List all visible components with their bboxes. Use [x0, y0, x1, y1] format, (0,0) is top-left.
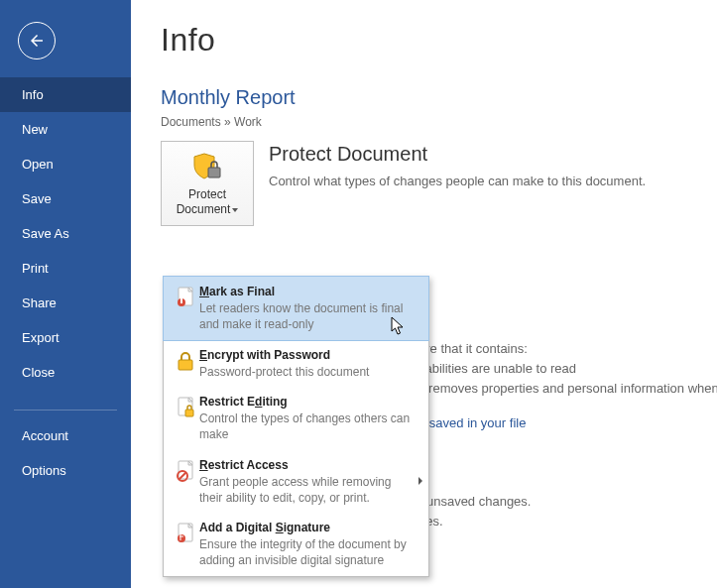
svg-rect-4: [179, 360, 192, 370]
menu-item-restrict-access[interactable]: Restrict AccessGrant people access while…: [164, 450, 428, 514]
edit-icon: [172, 394, 199, 443]
shield-lock-icon: [166, 152, 249, 183]
page-title: Info: [161, 22, 687, 59]
sidebar-item-new[interactable]: New: [0, 112, 131, 147]
sidebar-item-save[interactable]: Save: [0, 181, 131, 216]
sidebar-item-save-as[interactable]: Save As: [0, 216, 131, 251]
back-arrow-icon: [28, 32, 46, 50]
protect-document-section: Protect Document Protect Document Contro…: [161, 141, 687, 226]
menu-item-description: Let readers know the document is final a…: [199, 300, 415, 332]
menu-item-add-a-digital-signature[interactable]: Add a Digital SignatureEnsure the integr…: [164, 513, 428, 576]
protect-document-button-label: Protect Document: [166, 187, 249, 217]
sidebar-item-export[interactable]: Export: [0, 320, 131, 355]
sidebar-item-print[interactable]: Print: [0, 251, 131, 286]
menu-item-encrypt-with-password[interactable]: Encrypt with PasswordPassword-protect th…: [164, 340, 428, 387]
menu-item-title: Mark as Final: [199, 284, 415, 299]
submenu-arrow-icon: [418, 477, 422, 485]
sidebar-item-open[interactable]: Open: [0, 147, 131, 181]
svg-point-11: [178, 534, 185, 542]
sig-icon: [172, 520, 199, 569]
protect-document-description: Control what types of changes people can…: [269, 172, 687, 191]
menu-item-mark-as-final[interactable]: Mark as FinalLet readers know the docume…: [163, 276, 429, 341]
svg-rect-6: [185, 410, 193, 416]
sidebar-item-info[interactable]: Info: [0, 77, 131, 112]
noaccess-icon: [172, 457, 199, 507]
protect-document-menu: Mark as FinalLet readers know the docume…: [163, 276, 429, 577]
final-icon: [172, 284, 199, 333]
menu-item-restrict-editing[interactable]: Restrict EditingControl the types of cha…: [164, 387, 428, 450]
menu-item-title: Add a Digital Signature: [199, 520, 415, 535]
sidebar-item-account[interactable]: Account: [0, 418, 131, 453]
svg-rect-0: [208, 168, 220, 177]
back-button[interactable]: [18, 22, 56, 59]
breadcrumb: Documents » Work: [161, 115, 687, 129]
menu-item-description: Password-protect this document: [199, 364, 415, 380]
svg-rect-3: [180, 297, 182, 303]
protect-document-button[interactable]: Protect Document: [161, 141, 254, 226]
menu-item-title: Encrypt with Password: [199, 347, 415, 363]
sidebar-item-options[interactable]: Options: [0, 453, 131, 488]
inspect-link-fragment[interactable]: e saved in your file: [418, 413, 526, 433]
sidebar: InfoNewOpenSaveSave AsPrintShareExportCl…: [0, 0, 131, 588]
menu-item-title: Restrict Access: [199, 457, 415, 473]
document-title: Monthly Report: [161, 86, 687, 109]
manage-fragment: r unsaved changes. ges.: [418, 492, 531, 531]
lock-icon: [172, 347, 199, 380]
menu-item-title: Restrict Editing: [199, 394, 415, 410]
protect-document-heading: Protect Document: [269, 143, 687, 166]
sidebar-separator: [14, 410, 117, 411]
inspect-fragment: are that it contains: sabilities are una…: [418, 339, 717, 399]
menu-item-description: Ensure the integrity of the document by …: [199, 536, 415, 568]
menu-item-description: Grant people access while removing their…: [199, 474, 415, 506]
backstage-view: InfoNewOpenSaveSave AsPrintShareExportCl…: [0, 0, 717, 588]
menu-item-description: Control the types of changes others can …: [199, 411, 415, 442]
sidebar-item-share[interactable]: Share: [0, 286, 131, 320]
sidebar-item-close[interactable]: Close: [0, 355, 131, 390]
dropdown-caret-icon: [232, 208, 238, 212]
